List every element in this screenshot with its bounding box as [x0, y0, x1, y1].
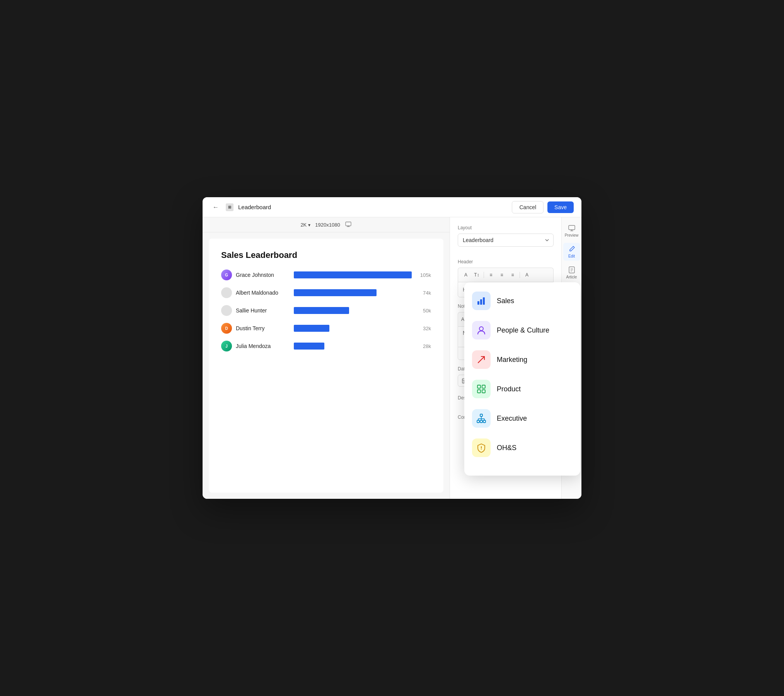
- monitor-icon: [345, 221, 352, 228]
- category-label: Executive: [497, 415, 527, 423]
- preview-panel: 2K 1920x1080 Sales Leaderboard GGrace Jo…: [203, 217, 450, 499]
- svg-rect-16: [477, 301, 479, 305]
- category-icon: [472, 409, 491, 428]
- dropdown-category-item[interactable]: Marketing: [464, 345, 580, 374]
- lb-avatar: J: [221, 341, 232, 351]
- category-label: Marketing: [497, 356, 527, 364]
- dropdown-items: SalesPeople & CultureMarketingProductExe…: [464, 286, 580, 462]
- top-bar-left: ← ⊞ Leaderboard: [210, 202, 271, 213]
- lb-person-name: Albert Maldonado: [236, 290, 294, 296]
- category-icon: [472, 350, 491, 369]
- lb-person-name: Sallie Hunter: [236, 307, 294, 314]
- lb-bar-wrap: [294, 289, 412, 296]
- category-icon: [472, 292, 491, 310]
- category-icon: [472, 380, 491, 398]
- preview-icon: [568, 224, 576, 232]
- lb-bar: [294, 325, 329, 332]
- top-bar: ← ⊞ Leaderboard Cancel Save: [203, 197, 581, 217]
- font-size-btn[interactable]: T↕: [472, 270, 481, 280]
- toolbar-separator: [484, 272, 484, 278]
- svg-rect-0: [346, 222, 351, 226]
- leaderboard-preview: Sales Leaderboard GGrace Johnston105kAlb…: [209, 239, 443, 493]
- leaderboard-row: JJulia Mendoza28k: [221, 341, 431, 351]
- category-label: People & Culture: [497, 326, 549, 334]
- category-label: Sales: [497, 297, 514, 305]
- sidebar-article-btn[interactable]: Article: [563, 264, 580, 281]
- align-left-btn[interactable]: ≡: [486, 270, 496, 280]
- leaderboard-row: Sallie Hunter50k: [221, 305, 431, 316]
- lb-person-name: Grace Johnston: [236, 272, 294, 278]
- leaderboard-row: GGrace Johnston105k: [221, 270, 431, 280]
- sidebar-edit-btn[interactable]: Edit: [563, 243, 580, 261]
- toolbar-separator-2: [520, 272, 520, 278]
- layout-section: Layout Leaderboard: [458, 225, 554, 253]
- svg-rect-22: [477, 390, 481, 393]
- svg-rect-27: [483, 420, 486, 423]
- lb-avatar: D: [221, 323, 232, 334]
- preview-label: Preview: [565, 233, 579, 237]
- lb-value: 32k: [416, 326, 431, 331]
- notes-font-color-btn[interactable]: A: [461, 315, 464, 324]
- leaderboard-row: DDustin Terry32k: [221, 323, 431, 334]
- leaderboard-row: Albert Maldonado74k: [221, 287, 431, 298]
- edit-label: Edit: [568, 254, 575, 258]
- lb-bar-wrap: [294, 271, 412, 278]
- leaderboard-title: Sales Leaderboard: [221, 250, 431, 260]
- svg-rect-25: [477, 420, 479, 423]
- lb-value: 28k: [416, 343, 431, 349]
- lb-bar: [294, 307, 349, 314]
- resolution-label: 1920x1080: [315, 222, 340, 228]
- layout-label: Layout: [458, 225, 554, 230]
- font-color-btn[interactable]: A: [461, 270, 470, 280]
- lb-avatar: [221, 287, 232, 298]
- dropdown-category-item[interactable]: People & Culture: [464, 316, 580, 345]
- svg-rect-18: [483, 297, 485, 305]
- header-label: Header: [458, 259, 554, 264]
- align-right-btn[interactable]: ≡: [508, 270, 517, 280]
- lb-avatar: [221, 305, 232, 316]
- svg-rect-21: [482, 385, 485, 388]
- lb-bar: [294, 343, 324, 350]
- category-dropdown: SalesPeople & CultureMarketingProductExe…: [464, 282, 580, 476]
- category-label: Product: [497, 385, 521, 393]
- lb-avatar: G: [221, 270, 232, 280]
- lb-bar: [294, 271, 412, 278]
- svg-rect-20: [477, 385, 481, 388]
- page-title: Leaderboard: [238, 204, 271, 210]
- cancel-button[interactable]: Cancel: [512, 201, 544, 213]
- lb-person-name: Dustin Terry: [236, 325, 294, 331]
- lb-value: 50k: [416, 308, 431, 314]
- back-button[interactable]: ←: [210, 202, 221, 213]
- lb-person-name: Julia Mendoza: [236, 343, 294, 349]
- category-icon: [472, 321, 491, 339]
- dropdown-category-item[interactable]: Product: [464, 374, 580, 404]
- layout-select[interactable]: Leaderboard: [458, 234, 554, 247]
- category-label: OH&S: [497, 444, 516, 452]
- dropdown-category-item[interactable]: Executive: [464, 404, 580, 433]
- svg-point-19: [479, 327, 483, 331]
- article-label: Article: [566, 275, 577, 279]
- dropdown-category-item[interactable]: OH&S: [464, 433, 580, 462]
- article-icon: [568, 266, 576, 274]
- zoom-dropdown[interactable]: 2K: [300, 222, 310, 228]
- page-icon: ⊞: [226, 203, 233, 211]
- lb-bar-wrap: [294, 325, 412, 332]
- top-bar-actions: Cancel Save: [512, 201, 574, 213]
- lb-value: 105k: [416, 272, 431, 278]
- header-toolbar: A T↕ ≡ ≡ ≡ A: [458, 268, 554, 282]
- align-center-btn[interactable]: ≡: [497, 270, 506, 280]
- svg-rect-26: [480, 420, 482, 423]
- sidebar-preview-btn[interactable]: Preview: [563, 222, 580, 240]
- svg-rect-4: [569, 225, 575, 230]
- lb-bar-wrap: [294, 307, 412, 314]
- edit-icon: [568, 245, 576, 253]
- leaderboard-rows: GGrace Johnston105kAlbert Maldonado74kSa…: [221, 270, 431, 351]
- svg-rect-24: [480, 414, 482, 416]
- svg-rect-23: [482, 390, 485, 393]
- text-color-btn[interactable]: A: [522, 270, 532, 280]
- svg-rect-17: [480, 299, 482, 305]
- lb-value: 74k: [416, 290, 431, 296]
- resolution-bar: 2K 1920x1080: [203, 217, 450, 232]
- save-button[interactable]: Save: [547, 201, 574, 213]
- dropdown-category-item[interactable]: Sales: [464, 286, 580, 316]
